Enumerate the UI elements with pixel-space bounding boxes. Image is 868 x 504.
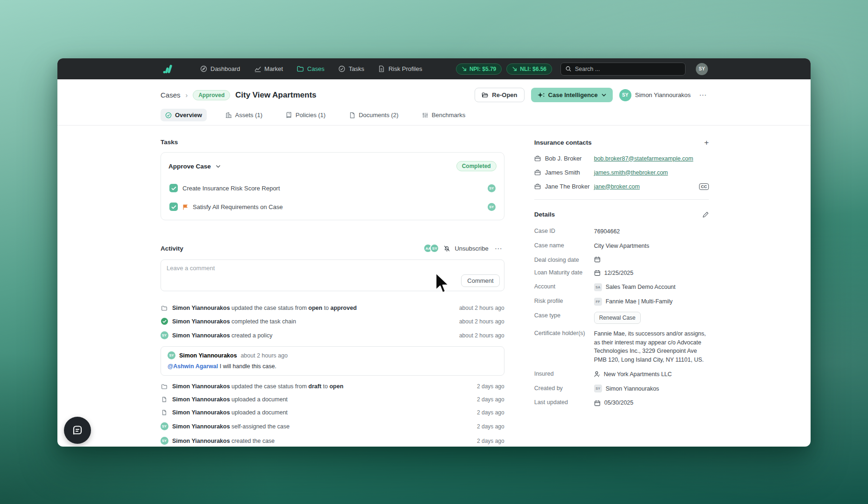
detail-row: Deal closing date: [534, 256, 709, 263]
nav-link[interactable]: Tasks: [338, 65, 364, 72]
detail-row: Created by SY Simon Yiannourakos: [534, 385, 709, 393]
edit-pencil-icon[interactable]: [702, 211, 709, 218]
feed-timestamp: about 2 hours ago: [450, 305, 504, 311]
task-chain-toggle[interactable]: Approve Case: [168, 163, 221, 170]
feed-comment-card: SY Simon Yiannourakos about 2 hours ago …: [161, 346, 504, 376]
detail-label: Case name: [534, 242, 594, 249]
subscriber-avatar: SY: [430, 244, 439, 253]
app-window: Dashboard Market Cas: [57, 58, 811, 447]
task-chain-card: Approve Case Completed: [161, 152, 504, 220]
detail-label: Deal closing date: [534, 256, 594, 263]
bell-off-icon[interactable]: [443, 245, 450, 252]
tab-label: Benchmarks: [432, 112, 465, 119]
contact-email-link[interactable]: bob.broker87@statefarmexample.com: [594, 155, 693, 162]
check-circle-icon: [165, 112, 172, 119]
metric-badge-label: NLI: $6.56: [520, 66, 546, 72]
tab[interactable]: Policies (1): [281, 109, 330, 121]
metric-badge[interactable]: NLI: $6.56: [506, 63, 552, 75]
tab-label: Policies (1): [295, 112, 325, 119]
page-title: City View Apartments: [235, 91, 316, 100]
detail-label: Insured: [534, 370, 594, 377]
search-box[interactable]: [560, 63, 686, 76]
feed-text: Simon Yiannourakos self-assigned the cas…: [172, 423, 290, 430]
folder-open-icon: [482, 92, 488, 98]
task-item[interactable]: Create Insurance Risk Score Report SY: [168, 179, 497, 197]
policy-book-icon: [286, 112, 292, 119]
comment-box: Comment: [161, 259, 504, 291]
contact-row: James Smith james.smith@thebroker.com: [534, 169, 709, 176]
tab[interactable]: Assets (1): [221, 109, 267, 121]
detail-row: Loan Maturity date 12/25/2025: [534, 269, 709, 278]
task-checkbox-checked[interactable]: [169, 184, 178, 192]
nav-link[interactable]: Cases: [297, 65, 324, 72]
detail-value-long: Fannie Mae, its successors and/or assign…: [594, 329, 709, 364]
risk-profiles-icon: [378, 65, 385, 72]
comment-submit-button[interactable]: Comment: [461, 274, 499, 287]
sliders-icon: [422, 112, 428, 119]
contact-email-link[interactable]: james.smith@thebroker.com: [594, 169, 668, 176]
activity-more-button[interactable]: ⋯: [493, 244, 504, 253]
mention-link[interactable]: @Ashwin Agarwal: [168, 363, 218, 370]
nav-link-label: Risk Profiles: [388, 65, 422, 72]
case-header: Cases › Approved City View Apartments Re…: [161, 88, 709, 102]
app-logo-icon[interactable]: [163, 64, 173, 74]
chat-widget-button[interactable]: [64, 417, 91, 444]
breadcrumb-cases-link[interactable]: Cases: [161, 91, 181, 99]
briefcase-icon: [534, 169, 541, 175]
detail-row: Certificate holder(s) Fannie Mae, its su…: [534, 329, 709, 364]
case-intelligence-label: Case Intelligence: [548, 91, 598, 98]
detail-value-entity: FF Fannie Mae | Multi-Family: [594, 297, 673, 306]
insurance-contacts-heading: Insurance contacts: [534, 139, 592, 146]
assignee[interactable]: SY Simon Yiannourakos: [619, 89, 691, 101]
tasks-icon: [338, 65, 345, 72]
reopen-button[interactable]: Re-Open: [475, 88, 524, 102]
unsubscribe-button[interactable]: Unsubscribe: [455, 245, 488, 252]
detail-value-date: 05/30/2025: [594, 399, 634, 407]
tab[interactable]: Overview: [161, 109, 207, 121]
nav-avatar[interactable]: SY: [696, 63, 708, 75]
feed-text: Simon Yiannourakos uploaded a document: [172, 396, 287, 403]
main-column: Tasks Approve Case Completed: [161, 139, 504, 447]
calendar-icon: [594, 270, 601, 276]
document-icon: [161, 396, 167, 403]
actor-avatar: SY: [161, 422, 168, 430]
task-list: Create Insurance Risk Score Report SY Sa…: [168, 179, 497, 216]
comment-input[interactable]: [167, 265, 432, 277]
details-list: Case ID 76904662 Case name City View Apa…: [534, 227, 709, 407]
contact-row: Bob J. Broker bob.broker87@statefarmexam…: [534, 155, 709, 162]
market-icon: [254, 65, 261, 72]
nav-link[interactable]: Risk Profiles: [378, 65, 422, 72]
entity-chip: SA: [594, 283, 602, 291]
more-actions-button[interactable]: ⋯: [697, 91, 709, 99]
detail-value-entity: SA Sales Team Demo Account: [594, 283, 676, 292]
add-contact-button[interactable]: +: [704, 139, 709, 147]
feed-timestamp: about 2 hours ago: [450, 332, 504, 339]
breadcrumb: Cases › Approved City View Apartments: [161, 90, 316, 100]
metric-badge[interactable]: NPI: $5.79: [456, 63, 502, 75]
tab[interactable]: Documents (2): [344, 109, 403, 121]
detail-row: Case type Renewal Case: [534, 312, 709, 324]
contact-email-link[interactable]: jane@broker.com: [594, 183, 640, 190]
chevron-down-icon: [602, 93, 606, 97]
cc-badge[interactable]: CC: [699, 183, 709, 190]
reopen-label: Re-Open: [492, 91, 517, 98]
feed-item: Simon Yiannourakos updated the case stat…: [161, 301, 504, 315]
detail-value-pill: Renewal Case: [594, 312, 641, 324]
feed-item: Simon Yiannourakos updated the case stat…: [161, 380, 504, 393]
nav-link[interactable]: Dashboard: [200, 65, 240, 72]
detail-row: Account SA Sales Team Demo Account: [534, 283, 709, 292]
task-item[interactable]: Satisfy All Requirements on Case SY: [168, 197, 497, 216]
task-checkbox-checked[interactable]: [169, 203, 178, 211]
detail-label: Created by: [534, 385, 594, 392]
trend-down-icon: [512, 66, 517, 71]
feed-text: Simon Yiannourakos created a policy: [172, 332, 273, 339]
contact-row: Jane The Broker jane@broker.com CC: [534, 183, 709, 190]
search-input[interactable]: [575, 66, 680, 72]
nav-link[interactable]: Market: [254, 65, 283, 72]
case-intelligence-button[interactable]: Case Intelligence: [531, 88, 613, 102]
search-icon: [566, 66, 571, 72]
insured-name: New York Apartments LLC: [604, 370, 672, 379]
feed-timestamp: 2 days ago: [468, 409, 504, 416]
activity-heading: Activity: [161, 245, 183, 252]
tab[interactable]: Benchmarks: [417, 109, 470, 121]
